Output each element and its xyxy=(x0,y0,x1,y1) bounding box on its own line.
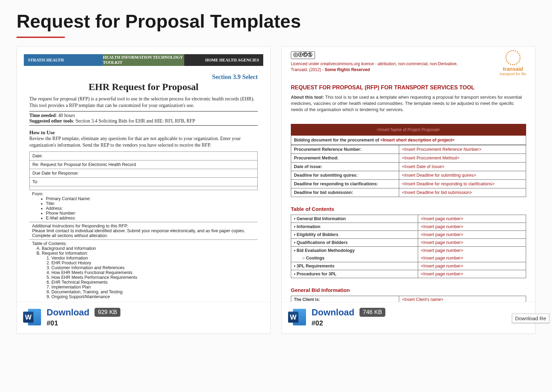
t1-additional-body: Please limit contact to individual ident… xyxy=(32,228,245,238)
t1-meta: Time needed: 40 hours Suggested other to… xyxy=(29,111,258,126)
t2-toc-heading: Table of Contents xyxy=(291,206,526,212)
t1-field xyxy=(30,186,258,190)
t1-field-table: Date: Re: Request for Proposal for Elect… xyxy=(29,151,258,190)
t2-info-label: Date of issue: xyxy=(291,163,399,171)
t2-toc-page: <Insert page number> xyxy=(418,270,526,278)
t1-field: Re: Request for Proposal for Electronic … xyxy=(30,160,258,169)
t1-from-item: Primary Contact Name: xyxy=(46,196,255,201)
t2-toc-page: <Insert page number> xyxy=(418,247,526,255)
t2-info-value: <Insert Deadline for responding to clari… xyxy=(399,180,526,188)
t2-toc-item: Eligibility of Bidders xyxy=(297,232,338,237)
t1-toc-item: EHR Product History xyxy=(51,261,255,265)
t1-toc-item: Implementation Plan xyxy=(51,285,255,290)
t1-time-label: Time needed xyxy=(29,113,56,118)
t2-toc-page: <Insert page number> xyxy=(418,231,526,239)
hover-tooltip: Download Re xyxy=(512,314,549,323)
t2-toc-page: <Insert page number> xyxy=(418,239,526,247)
t1-field: To: xyxy=(30,177,258,186)
t2-about: About this tool: This tool is to be used… xyxy=(291,94,526,113)
t2-toc-page: <Insert page number> xyxy=(418,254,526,262)
t1-additional-h: Additional Instructions for Responding t… xyxy=(32,224,128,228)
file-size-02: 746 KB xyxy=(359,308,386,317)
t1-howto-body: Review the RFP template, eliminate any q… xyxy=(29,136,258,149)
t2-toc-page: <Insert page number> xyxy=(418,262,526,270)
file-size-01: 929 KB xyxy=(95,308,121,317)
page-title: Request for Proposal Templates xyxy=(17,10,535,32)
t1-from-item: Phone Number: xyxy=(46,211,255,216)
template-card-02: ⓒ🄍🄎🄏 transaid transport for life Licence… xyxy=(282,46,535,334)
t2-gbi-label: The Client is: xyxy=(291,296,399,302)
t2-info-value: <Insert Deadline for bid submission> xyxy=(399,188,526,197)
t1-intro: The request for proposal (RFP) is a powe… xyxy=(29,96,258,111)
t2-toc-item: Information xyxy=(297,224,321,229)
t2-info-value: <Insert Date of Issue> xyxy=(399,163,526,171)
cc-badge-icon: ⓒ🄍🄎🄏 xyxy=(291,51,315,59)
t1-toc-item: Vendor Information xyxy=(51,256,255,261)
template-preview-02: ⓒ🄍🄎🄏 transaid transport for life Licence… xyxy=(282,47,535,302)
t1-howto-heading: How to Use xyxy=(29,130,258,136)
t2-title: REQUEST FOR PROPOSAL (RFP) FOR TRANSPORT… xyxy=(291,85,526,91)
t2-toc-item: Qualifications of Bidders xyxy=(297,240,348,245)
t1-from-item: Title: xyxy=(46,201,255,206)
template-preview-01: STRATIS HEALTH HEALTH INFORMATION TECHNO… xyxy=(17,47,270,302)
t1-from-item: Address: xyxy=(46,206,255,211)
t1-heading: EHR Request for Proposal xyxy=(29,81,258,92)
t2-info-table: Procurement Reference Number:<Insert Pro… xyxy=(291,145,526,197)
download-link-02[interactable]: Download xyxy=(312,307,354,317)
t2-info-value: <Insert Deadline for submitting quires> xyxy=(399,171,526,180)
transaid-logo-icon xyxy=(505,50,521,65)
t1-field: Due Date for Response: xyxy=(30,169,258,177)
t1-banner-mid: HEALTH INFORMATION TECHNOLOGY TOOLKIT xyxy=(103,54,184,66)
t1-toc: Table of Contents: Background and Inform… xyxy=(29,239,258,301)
t1-section: Section 3.9 Select xyxy=(29,74,258,81)
t1-toc-item: Customer Information and References xyxy=(51,265,255,270)
t2-gbi-value: <Insert Client's name> xyxy=(399,296,526,302)
t2-info-label: Deadline for responding to clarification… xyxy=(291,180,399,188)
t2-info-label: Deadline for submitting quires: xyxy=(291,171,399,180)
t2-toc-subitem: ○ Costings xyxy=(302,256,325,261)
template-number-02: #02 xyxy=(312,319,385,327)
t2-gbi-table: The Client is:<Insert Client's name> Com… xyxy=(291,296,526,302)
t2-toc-item: Bid Evaluation Methodology xyxy=(297,248,355,253)
template-number-01: #01 xyxy=(47,319,120,327)
t1-toc-item: How EHR Meets Functional Requirements xyxy=(51,270,255,275)
t1-banner: STRATIS HEALTH HEALTH INFORMATION TECHNO… xyxy=(24,54,263,66)
t1-banner-left: STRATIS HEALTH xyxy=(24,54,103,66)
t2-toc-item: 3PL Requirements xyxy=(297,264,335,268)
word-doc-icon: W xyxy=(288,308,306,326)
t1-toc-item: EHR Technical Requirements xyxy=(51,280,255,285)
t1-toc-top: Background and Information xyxy=(42,246,255,251)
t2-bidline: Bidding document for the procurement of … xyxy=(291,136,526,145)
t1-toc-item: Documentation, Training, and Testing xyxy=(51,290,255,294)
transaid-logo-tag: transport for life xyxy=(500,72,526,76)
t2-gbi-heading: General Bid Information xyxy=(291,287,526,293)
t1-toc-item: Ongoing Support/Maintenance xyxy=(51,294,255,299)
transaid-logo-name: transaid xyxy=(500,66,526,72)
licence-text: Licenced under creativecommons.org licen… xyxy=(291,61,526,73)
t2-info-value: <Insert Procurement Reference Number> xyxy=(399,145,526,154)
t1-from: From: Primary Contact Name: Title: Addre… xyxy=(29,190,258,222)
t1-toc-item: How EHR Meets Performance Requirements xyxy=(51,275,255,280)
t1-suggested-label: Suggested other tools xyxy=(29,118,73,124)
t1-toc-h: Table of Contents: xyxy=(32,241,67,246)
t2-toc-page: <Insert page number> xyxy=(418,223,526,231)
download-bar-02: W Download 746 KB #02 xyxy=(282,302,535,333)
t1-field: Date: xyxy=(30,151,258,160)
title-underline xyxy=(17,37,65,38)
t2-toc-item: Procedures for 3PL xyxy=(297,272,336,276)
word-doc-icon: W xyxy=(23,308,41,326)
t1-suggested-value: : Section 3.4 Soliciting Bids for EHR an… xyxy=(73,118,195,124)
t1-from-item: E-Mail address: xyxy=(46,216,255,220)
t2-info-label: Deadline for bid submission: xyxy=(291,188,399,197)
template-card-01: STRATIS HEALTH HEALTH INFORMATION TECHNO… xyxy=(17,46,270,334)
download-link-01[interactable]: Download xyxy=(47,307,89,317)
t1-from-label: From: xyxy=(32,192,43,196)
t2-redbar: <Insert Name of Project Proposal> xyxy=(291,124,526,136)
t2-info-label: Procurement Method: xyxy=(291,154,399,163)
t2-toc-page: <Insert page number> xyxy=(418,215,526,223)
t1-banner-right: HOME HEALTH AGENCIES xyxy=(184,54,263,66)
t1-toc-top: Request for Information: Vendor Informat… xyxy=(42,251,255,299)
t2-info-value: <Insert Procurement Method> xyxy=(399,154,526,163)
t1-additional: Additional Instructions for Responding t… xyxy=(29,222,258,239)
download-bar-01: W Download 929 KB #01 xyxy=(17,302,270,333)
